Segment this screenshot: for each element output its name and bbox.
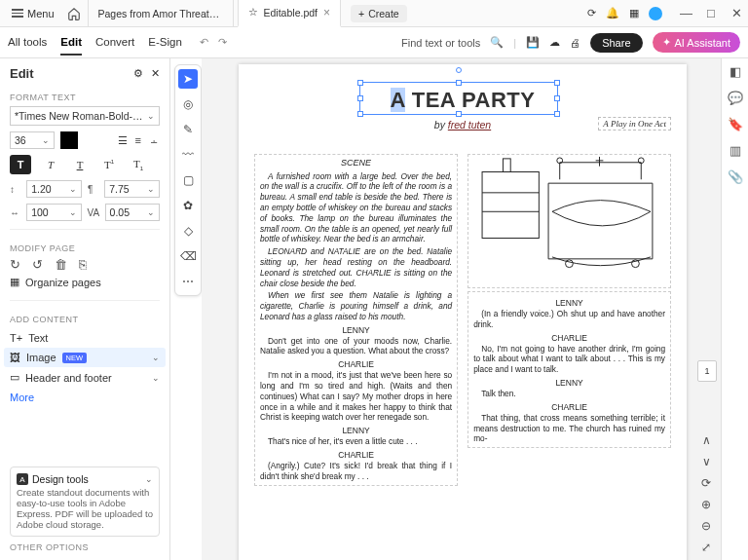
svg-rect-3 xyxy=(504,159,511,172)
thumbnails-icon[interactable]: ▥ xyxy=(729,143,741,158)
close-tab-icon[interactable]: × xyxy=(323,6,330,19)
design-tools-card[interactable]: ADesign tools ⌄ Create standout document… xyxy=(10,467,160,537)
scene-para: LEONARD and NATALIE are on the bed. Nata… xyxy=(260,246,452,288)
fit-page-icon[interactable]: ⤢ xyxy=(701,541,711,554)
format-text-label: FORMAT TEXT xyxy=(10,93,160,102)
dialogue-line: That's nice of her, it's even a little c… xyxy=(260,436,452,447)
more-tools[interactable]: ⋯ xyxy=(178,272,198,291)
textbox-tool[interactable]: ▢ xyxy=(178,170,198,190)
more-link[interactable]: More xyxy=(10,392,160,403)
create-button[interactable]: + Create xyxy=(351,5,407,22)
align-icon[interactable]: ⫠ xyxy=(149,134,160,147)
share-button[interactable]: Share xyxy=(590,33,642,53)
bullet-list-icon[interactable]: ☰ xyxy=(118,134,128,147)
text-column-right[interactable]: LENNY (In a friendly voice.) Oh shut up … xyxy=(468,291,671,448)
sync-icon[interactable]: ⟳ xyxy=(587,7,596,19)
window-close[interactable]: ✕ xyxy=(730,6,742,20)
design-body: Create standout documents with easy-to-u… xyxy=(17,487,153,530)
underline-button[interactable]: T xyxy=(70,159,90,170)
text-column-left[interactable]: SCENE A furnished room with a large bed.… xyxy=(254,154,458,486)
edit-panel: Edit ⚙ ✕ FORMAT TEXT *Times New Roman-Bo… xyxy=(0,58,170,560)
panel-toggle-icon[interactable]: ◧ xyxy=(729,64,741,79)
pan-tool[interactable]: ◎ xyxy=(178,94,198,114)
zoom-out-icon[interactable]: ⊖ xyxy=(701,519,711,533)
window-minimize[interactable]: — xyxy=(680,6,692,20)
add-text-link[interactable]: T+ Text xyxy=(10,328,160,348)
scroll-up-icon[interactable]: ∧ xyxy=(702,433,711,447)
cloud-icon[interactable]: ☁ xyxy=(549,36,560,49)
bookmarks-icon[interactable]: 🔖 xyxy=(728,117,743,131)
font-size-input[interactable]: 36 ⌄ xyxy=(10,131,55,149)
express-icon: A xyxy=(17,473,28,485)
text-icon: T+ xyxy=(10,332,22,344)
paragraph-spacing-input[interactable]: 7.75⌄ xyxy=(104,180,160,198)
numbered-list-icon[interactable]: ≡ xyxy=(135,134,141,147)
sparkle-icon: ✦ xyxy=(662,36,671,49)
zoom-in-icon[interactable]: ⊕ xyxy=(701,498,711,511)
document-tab-1[interactable]: Pages from Amor Threatening p... xyxy=(88,0,234,27)
tab-esign[interactable]: E-Sign xyxy=(148,30,182,56)
tab-convert[interactable]: Convert xyxy=(95,30,134,56)
shape-tool[interactable]: ◇ xyxy=(178,221,198,241)
dialogue-line: (Angrily.) Cute? It's sick! I'd break th… xyxy=(260,461,452,482)
rotate-left-icon[interactable]: ↻ xyxy=(10,257,20,272)
bedroom-sketch-icon xyxy=(468,155,670,287)
gear-icon[interactable]: ⚙ xyxy=(133,67,143,80)
italic-button[interactable]: T xyxy=(41,159,60,170)
speaker: LENNY xyxy=(260,325,452,336)
tab-edit[interactable]: Edit xyxy=(60,30,82,56)
create-label: Create xyxy=(368,8,399,19)
subtitle[interactable]: A Play in One Act xyxy=(598,117,671,131)
organize-pages-link[interactable]: ▦ Organize pages xyxy=(10,272,160,292)
illustration-image[interactable] xyxy=(468,154,671,288)
add-image-link[interactable]: 🖼 Image NEW ⌄ xyxy=(4,348,166,367)
attachments-icon[interactable]: 📎 xyxy=(728,169,743,184)
highlight-tool[interactable]: ✎ xyxy=(178,120,198,139)
search-icon[interactable]: 🔍 xyxy=(490,36,504,49)
bell-icon[interactable]: 🔔 xyxy=(606,7,619,19)
redo-icon[interactable]: ↷ xyxy=(218,36,227,49)
header-footer-link[interactable]: ▭ Header and footer ⌄ xyxy=(10,367,160,388)
superscript-button[interactable]: T1 xyxy=(99,159,119,170)
apps-grid-icon[interactable]: ▦ xyxy=(629,7,639,19)
stamp-tool[interactable]: ✿ xyxy=(178,196,198,215)
close-panel-icon[interactable]: ✕ xyxy=(151,67,160,80)
save-icon[interactable]: 💾 xyxy=(526,36,540,49)
menu-button[interactable]: Menu xyxy=(6,3,60,23)
select-tool[interactable]: ➤ xyxy=(178,69,198,89)
document-tab-2[interactable]: ☆ Editable.pdf × xyxy=(238,0,341,27)
pdf-page: A TEA PARTY by fred tuten A Play in One … xyxy=(239,64,687,560)
bold-button[interactable]: T xyxy=(10,155,31,174)
new-badge: NEW xyxy=(62,353,88,363)
dialogue-line: No, I'm not going to have another drink,… xyxy=(473,344,665,375)
draw-tool[interactable]: 〰 xyxy=(178,145,198,165)
home-button[interactable] xyxy=(64,4,84,23)
user-avatar[interactable] xyxy=(649,7,662,20)
print-icon[interactable]: 🖨 xyxy=(570,37,580,49)
window-maximize[interactable]: □ xyxy=(705,6,717,20)
menu-label: Menu xyxy=(27,8,55,19)
dialogue-line: Talk then. xyxy=(473,389,665,399)
page-number-badge[interactable]: 1 xyxy=(697,360,717,382)
document-canvas[interactable]: A TEA PARTY by fred tuten A Play in One … xyxy=(202,58,721,560)
scroll-down-icon[interactable]: ∨ xyxy=(702,455,711,468)
erase-tool[interactable]: ⌫ xyxy=(178,246,198,266)
char-spacing-input[interactable]: 0.05⌄ xyxy=(105,204,160,221)
extract-page-icon[interactable]: ⎘ xyxy=(79,257,87,272)
speaker: CHARLIE xyxy=(473,333,665,344)
selection-box[interactable] xyxy=(359,82,558,115)
rotate-view-icon[interactable]: ⟳ xyxy=(701,476,711,490)
subscript-button[interactable]: T1 xyxy=(129,158,148,171)
comments-icon[interactable]: 💬 xyxy=(728,91,743,105)
other-options-label: OTHER OPTIONS xyxy=(10,542,160,552)
undo-icon[interactable]: ↶ xyxy=(200,36,208,49)
line-spacing-input[interactable]: 1.20⌄ xyxy=(26,180,82,198)
rotate-right-icon[interactable]: ↺ xyxy=(32,257,43,272)
font-family-select[interactable]: *Times New Roman-Bold-11430 ⌄ xyxy=(10,106,160,126)
dialogue-line: Don't get into one of your moods now, Ch… xyxy=(260,336,452,357)
tab-all-tools[interactable]: All tools xyxy=(8,30,47,56)
horizontal-scale-input[interactable]: 100⌄ xyxy=(26,204,81,221)
ai-assistant-button[interactable]: ✦ AI Assistant xyxy=(653,32,740,53)
color-swatch[interactable] xyxy=(60,131,78,149)
delete-page-icon[interactable]: 🗑 xyxy=(55,257,67,272)
